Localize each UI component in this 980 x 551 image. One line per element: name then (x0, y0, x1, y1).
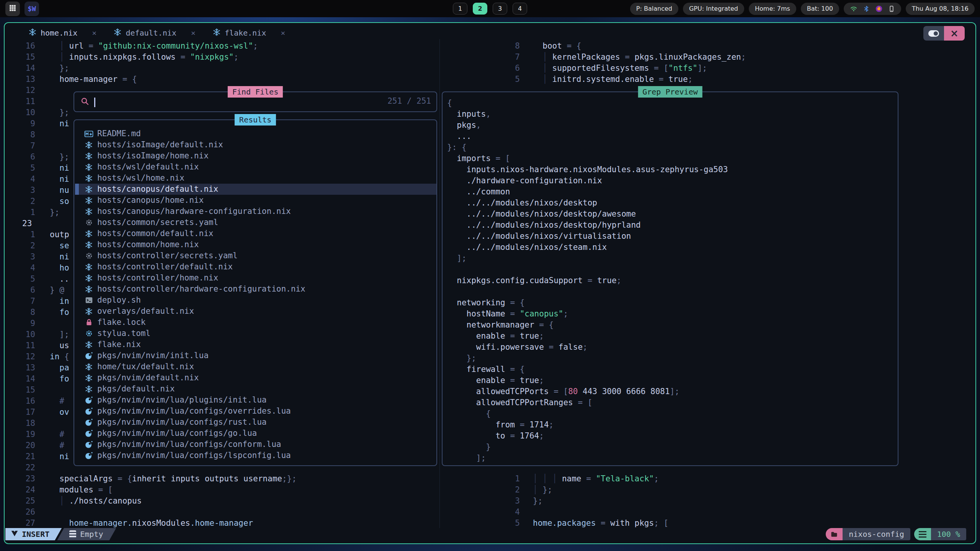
status-pill[interactable]: Home: 7ms (749, 3, 796, 15)
code-line[interactable]: } @ (50, 285, 64, 296)
code-line[interactable]: .. (50, 274, 69, 285)
code-line[interactable]: │ kernelPackages = pkgs.linuxPackages_ze… (533, 52, 746, 63)
result-item[interactable]: flake.nix (75, 339, 436, 350)
result-item[interactable]: hosts/wsl/default.nix (75, 161, 436, 173)
tab-flake.nix[interactable]: flake.nix× (212, 28, 285, 38)
code-line[interactable]: so (50, 196, 69, 207)
result-item[interactable]: pkgs/nvim/nvim/lua/configs/go.lua (75, 428, 436, 439)
result-item[interactable]: hosts/canopus/hardware-configuration.nix (75, 206, 436, 217)
result-item[interactable]: hosts/common/default.nix (75, 228, 436, 239)
code-line[interactable]: ni (50, 163, 69, 174)
code-line[interactable]: boot = { (533, 41, 581, 52)
workspace-button-2[interactable]: 2 (473, 3, 487, 15)
code-line[interactable]: fo (50, 373, 69, 385)
code-line[interactable]: in { (50, 351, 69, 362)
code-line[interactable]: home-manager = { (50, 74, 137, 85)
system-tray[interactable] (844, 3, 901, 15)
code-line[interactable]: home.packages = with pkgs; [ (533, 518, 668, 529)
result-item[interactable]: flake.lock (75, 317, 436, 328)
code-line[interactable]: }; (50, 207, 59, 218)
result-item[interactable]: README.md (75, 128, 436, 139)
code-line[interactable]: # (50, 429, 64, 440)
wifi-icon[interactable] (850, 5, 858, 13)
code-line[interactable]: ni (50, 174, 69, 185)
result-item[interactable]: hosts/controller/home.nix (75, 272, 436, 284)
tab-close-icon[interactable]: × (191, 28, 196, 37)
result-item[interactable]: hosts/isoImage/default.nix (75, 139, 436, 150)
result-path: hosts/common/home.nix (97, 239, 199, 250)
code-line[interactable]: }; (50, 63, 69, 74)
code-line[interactable]: │ │ │ name = "Tela-black"; (533, 473, 659, 484)
search-input[interactable] (80, 97, 100, 108)
clock-pill[interactable]: Thu Aug 08, 18:16 (906, 3, 975, 15)
status-pill[interactable]: GPU: Integrated (683, 3, 744, 15)
code-line[interactable]: │ supportedFilesystems = ["ntfs"]; (533, 63, 707, 74)
workspace-button-4[interactable]: 4 (513, 3, 527, 15)
window-close-button[interactable]: × (944, 26, 965, 41)
result-item[interactable]: hosts/controller/hardware-configuration.… (75, 284, 436, 295)
result-item[interactable]: deploy.sh (75, 295, 436, 306)
bluetooth-icon[interactable] (863, 5, 870, 13)
code-line[interactable]: ho (50, 262, 69, 274)
result-item[interactable]: pkgs/nvim/nvim/lua/configs/lspconfig.lua (75, 450, 436, 461)
code-line[interactable]: home-manager.nixosModules.home-manager (50, 518, 253, 529)
window-toggle-button[interactable] (923, 26, 944, 41)
code-line[interactable]: ov (50, 407, 69, 418)
code-line[interactable]: fo (50, 307, 69, 318)
find-files-prompt[interactable]: Find Files 251 / 251 (74, 91, 437, 112)
tab-default.nix[interactable]: default.nix× (113, 28, 196, 38)
wm-logo-button[interactable]: $W (24, 2, 39, 16)
result-item[interactable]: hosts/wsl/home.nix (75, 173, 436, 184)
result-item[interactable]: pkgs/nvim/nvim/init.lua (75, 350, 436, 361)
result-item[interactable]: overlays/default.nix (75, 306, 436, 317)
code-line[interactable]: us (50, 340, 69, 351)
result-item[interactable]: pkgs/nvim/nvim/lua/configs/conform.lua (75, 439, 436, 450)
result-item[interactable]: home/tux/default.nix (75, 361, 436, 372)
code-line[interactable]: ni (50, 251, 69, 262)
result-item[interactable]: hosts/canopus/default.nix (75, 184, 436, 195)
result-item[interactable]: hosts/controller/default.nix (75, 261, 436, 272)
code-line[interactable]: se (50, 240, 69, 251)
code-line[interactable]: │ initrd.systemd.enable = true; (533, 74, 693, 85)
workspace-button-1[interactable]: 1 (453, 3, 467, 15)
code-line[interactable]: in (50, 296, 69, 307)
code-line[interactable]: ni (50, 451, 69, 462)
result-item[interactable]: stylua.toml (75, 328, 436, 339)
code-line[interactable]: modules = [ (50, 484, 113, 496)
tab-home.nix[interactable]: home.nix× (28, 28, 96, 38)
result-item[interactable]: hosts/isoImage/home.nix (75, 150, 436, 161)
result-item[interactable]: pkgs/nvim/nvim/lua/configs/overrides.lua (75, 406, 436, 417)
code-line[interactable]: }; (50, 152, 69, 163)
result-item[interactable]: hosts/controller/secrets.yaml (75, 250, 436, 261)
code-line[interactable]: pa (50, 362, 69, 373)
result-item[interactable]: hosts/common/home.nix (75, 239, 436, 250)
code-line[interactable]: # (50, 396, 64, 407)
result-item[interactable]: hosts/common/secrets.yaml (75, 217, 436, 228)
code-line[interactable]: # (50, 440, 64, 451)
tab-close-icon[interactable]: × (92, 28, 96, 37)
status-pill[interactable]: P: Balanced (630, 3, 678, 15)
code-line[interactable]: ]; (50, 329, 69, 340)
code-line[interactable]: │ }; (533, 484, 552, 496)
firefox-icon[interactable] (875, 5, 883, 13)
code-line[interactable]: specialArgs = {inherit inputs outputs us… (50, 473, 297, 484)
result-item[interactable]: pkgs/nvim/nvim/lua/configs/rust.lua (75, 417, 436, 428)
result-item[interactable]: pkgs/default.nix (75, 383, 436, 395)
phone-icon[interactable] (888, 5, 895, 13)
code-line[interactable]: nu (50, 185, 69, 196)
tab-close-icon[interactable]: × (281, 28, 285, 37)
code-line[interactable]: outp (50, 229, 69, 240)
code-line[interactable]: ni (50, 118, 69, 129)
code-line[interactable]: }; (50, 107, 69, 118)
result-item[interactable]: pkgs/nvim/nvim/lua/plugins/init.lua (75, 395, 436, 406)
code-line[interactable]: │ url = "github:nix-community/nixos-wsl"… (50, 41, 258, 52)
code-line[interactable]: │ inputs.nixpkgs.follows = "nixpkgs"; (50, 52, 238, 63)
result-item[interactable]: pkgs/nvim/default.nix (75, 372, 436, 383)
code-line[interactable]: │ ./hosts/canopus (50, 496, 142, 507)
code-line[interactable]: }; (533, 496, 542, 507)
result-path: stylua.toml (97, 328, 150, 339)
result-item[interactable]: hosts/canopus/home.nix (75, 195, 436, 206)
workspace-button-3[interactable]: 3 (493, 3, 507, 15)
status-pill[interactable]: Bat: 100 (801, 3, 839, 15)
app-launcher-button[interactable] (5, 2, 20, 16)
